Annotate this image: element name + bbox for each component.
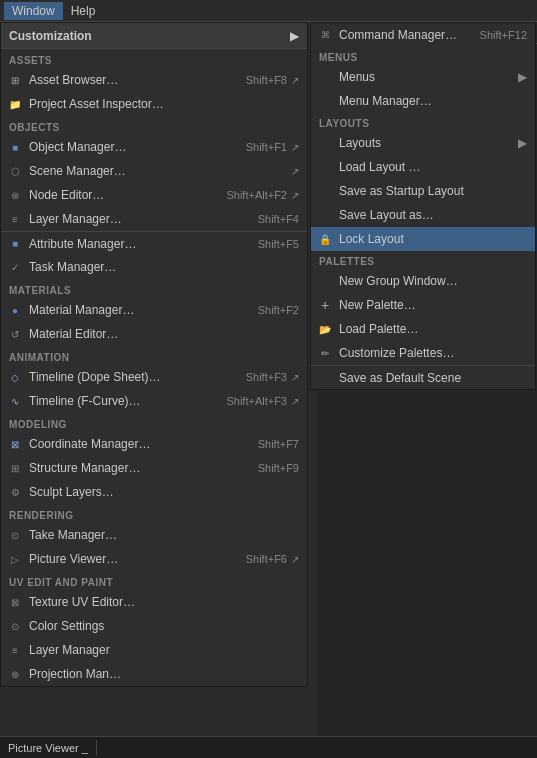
menu-color-settings[interactable]: ⊙ Color Settings xyxy=(1,614,307,638)
asset-browser-label: Asset Browser… xyxy=(29,73,226,87)
menu-layer-manager[interactable]: ≡ Layer Manager… Shift+F4 xyxy=(1,207,307,231)
structure-manager-shortcut: Shift+F9 xyxy=(258,462,299,474)
menu-new-palette[interactable]: + New Palette… xyxy=(311,293,535,317)
load-palette-label: Load Palette… xyxy=(339,322,527,336)
menu-node-editor[interactable]: ⊛ Node Editor… Shift+Alt+F2 ↗ xyxy=(1,183,307,207)
picture-viewer-icon: ▷ xyxy=(5,549,25,569)
new-palette-label: New Palette… xyxy=(339,298,527,312)
menus-label: Menus xyxy=(339,70,518,84)
menu-menus[interactable]: Menus ▶ xyxy=(311,65,535,89)
menu-structure-manager[interactable]: ⊞ Structure Manager… Shift+F9 xyxy=(1,456,307,480)
menu-material-manager[interactable]: ● Material Manager… Shift+F2 xyxy=(1,298,307,322)
object-manager-label: Object Manager… xyxy=(29,140,226,154)
node-editor-shortcut: Shift+Alt+F2 xyxy=(226,189,287,201)
menu-timeline-fcurve[interactable]: ∿ Timeline (F-Curve)… Shift+Alt+F3 ↗ xyxy=(1,389,307,413)
node-editor-label: Node Editor… xyxy=(29,188,206,202)
bottom-tab-picture-viewer[interactable]: Picture Viewer _ xyxy=(0,740,97,756)
material-editor-icon: ↺ xyxy=(5,324,25,344)
task-manager-icon: ✓ xyxy=(5,257,25,277)
menu-asset-browser[interactable]: ⊞ Asset Browser… Shift+F8 ↗ xyxy=(1,68,307,92)
customization-item[interactable]: Customization ▶ xyxy=(1,23,307,49)
command-manager-icon: ⌘ xyxy=(315,25,335,45)
timeline-dope-ext: ↗ xyxy=(291,372,299,383)
node-editor-icon: ⊛ xyxy=(5,185,25,205)
menu-menu-manager[interactable]: Menu Manager… xyxy=(311,89,535,113)
timeline-fcurve-label: Timeline (F-Curve)… xyxy=(29,394,206,408)
color-settings-icon: ⊙ xyxy=(5,616,25,636)
project-asset-label: Project Asset Inspector… xyxy=(29,97,299,111)
coordinate-manager-shortcut: Shift+F7 xyxy=(258,438,299,450)
customization-label: Customization xyxy=(9,29,290,43)
menu-layouts[interactable]: Layouts ▶ xyxy=(311,131,535,155)
menus-arrow: ▶ xyxy=(518,70,527,84)
save-startup-layout-label: Save as Startup Layout xyxy=(339,184,527,198)
menu-sculpt-layers[interactable]: ⚙ Sculpt Layers… xyxy=(1,480,307,504)
menu-scene-manager[interactable]: ⬡ Scene Manager… ↗ xyxy=(1,159,307,183)
menu-coordinate-manager[interactable]: ⊠ Coordinate Manager… Shift+F7 xyxy=(1,432,307,456)
picture-viewer-ext: ↗ xyxy=(291,554,299,565)
menu-load-palette[interactable]: 📂 Load Palette… xyxy=(311,317,535,341)
menu-picture-viewer[interactable]: ▷ Picture Viewer… Shift+F6 ↗ xyxy=(1,547,307,571)
project-asset-icon: 📁 xyxy=(5,94,25,114)
layer-manager-uv-label: Layer Manager xyxy=(29,643,299,657)
coordinate-manager-label: Coordinate Manager… xyxy=(29,437,238,451)
lock-layout-icon: 🔒 xyxy=(315,229,335,249)
menu-help[interactable]: Help xyxy=(63,2,104,20)
menu-save-startup-layout[interactable]: Save as Startup Layout xyxy=(311,179,535,203)
section-modeling: MODELING xyxy=(1,413,307,432)
menu-save-default-scene[interactable]: Save as Default Scene xyxy=(311,365,535,389)
menu-material-editor[interactable]: ↺ Material Editor… xyxy=(1,322,307,346)
customize-palettes-label: Customize Palettes… xyxy=(339,346,527,360)
left-dropdown-menu: Customization ▶ ASSETS ⊞ Asset Browser… … xyxy=(0,22,308,687)
menu-timeline-dope[interactable]: ◇ Timeline (Dope Sheet)… Shift+F3 ↗ xyxy=(1,365,307,389)
menu-task-manager[interactable]: ✓ Task Manager… xyxy=(1,255,307,279)
timeline-dope-label: Timeline (Dope Sheet)… xyxy=(29,370,226,384)
customize-palettes-icon: ✏ xyxy=(315,343,335,363)
section-materials: MATERIALS xyxy=(1,279,307,298)
timeline-dope-icon: ◇ xyxy=(5,367,25,387)
menu-texture-uv-editor[interactable]: ⊠ Texture UV Editor… xyxy=(1,590,307,614)
menu-save-layout-as[interactable]: Save Layout as… xyxy=(311,203,535,227)
right-dropdown-menu: ⌘ Command Manager… Shift+F12 MENUS Menus… xyxy=(310,22,536,390)
color-settings-label: Color Settings xyxy=(29,619,299,633)
menu-load-layout[interactable]: Load Layout … xyxy=(311,155,535,179)
menu-projection-man[interactable]: ⊛ Projection Man… xyxy=(1,662,307,686)
picture-viewer-shortcut: Shift+F6 xyxy=(246,553,287,565)
bottom-bar: Picture Viewer _ xyxy=(0,736,537,758)
customization-arrow: ▶ xyxy=(290,29,299,43)
asset-browser-ext: ↗ xyxy=(291,75,299,86)
timeline-fcurve-ext: ↗ xyxy=(291,396,299,407)
section-assets: ASSETS xyxy=(1,49,307,68)
scene-manager-icon: ⬡ xyxy=(5,161,25,181)
menu-command-manager[interactable]: ⌘ Command Manager… Shift+F12 xyxy=(311,23,535,47)
coordinate-manager-icon: ⊠ xyxy=(5,434,25,454)
menu-take-manager[interactable]: ⊙ Take Manager… xyxy=(1,523,307,547)
menu-project-asset-inspector[interactable]: 📁 Project Asset Inspector… xyxy=(1,92,307,116)
new-group-window-label: New Group Window… xyxy=(339,274,527,288)
layer-manager-icon: ≡ xyxy=(5,209,25,229)
take-manager-label: Take Manager… xyxy=(29,528,299,542)
menu-object-manager[interactable]: ■ Object Manager… Shift+F1 ↗ xyxy=(1,135,307,159)
projection-man-label: Projection Man… xyxy=(29,667,299,681)
task-manager-label: Task Manager… xyxy=(29,260,299,274)
menu-customize-palettes[interactable]: ✏ Customize Palettes… xyxy=(311,341,535,365)
node-editor-ext: ↗ xyxy=(291,190,299,201)
menu-layer-manager-uv[interactable]: ≡ Layer Manager xyxy=(1,638,307,662)
sculpt-layers-label: Sculpt Layers… xyxy=(29,485,299,499)
object-manager-ext: ↗ xyxy=(291,142,299,153)
layer-manager-uv-icon: ≡ xyxy=(5,640,25,660)
attribute-manager-shortcut: Shift+F5 xyxy=(258,238,299,250)
menu-new-group-window[interactable]: New Group Window… xyxy=(311,269,535,293)
menu-manager-label: Menu Manager… xyxy=(339,94,527,108)
attribute-manager-label: Attribute Manager… xyxy=(29,237,238,251)
menu-window[interactable]: Window xyxy=(4,2,63,20)
timeline-dope-shortcut: Shift+F3 xyxy=(246,371,287,383)
texture-uv-label: Texture UV Editor… xyxy=(29,595,299,609)
asset-browser-shortcut: Shift+F8 xyxy=(246,74,287,86)
object-manager-shortcut: Shift+F1 xyxy=(246,141,287,153)
menu-lock-layout[interactable]: 🔒 Lock Layout xyxy=(311,227,535,251)
structure-manager-icon: ⊞ xyxy=(5,458,25,478)
section-palettes-label: PALETTES xyxy=(311,251,535,269)
take-manager-icon: ⊙ xyxy=(5,525,25,545)
menu-attribute-manager[interactable]: ■ Attribute Manager… Shift+F5 xyxy=(1,231,307,255)
